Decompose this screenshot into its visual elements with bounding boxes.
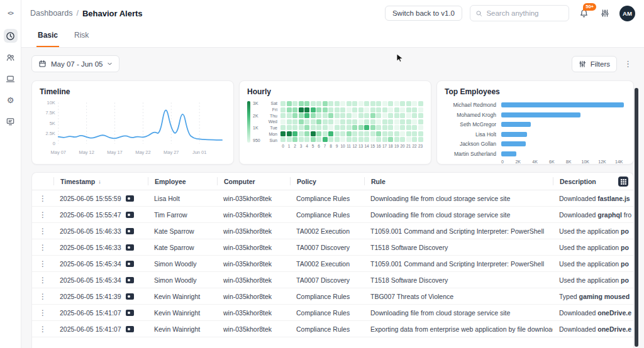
heatmap-cell[interactable] [299,113,304,118]
heatmap-cell[interactable] [412,101,417,106]
heatmap-cell[interactable] [340,125,345,130]
heatmap-cell[interactable] [316,131,321,136]
heatmap-cell[interactable] [394,107,399,112]
row-menu-button[interactable]: ⋮ [32,308,53,317]
heatmap-cell[interactable] [388,107,393,112]
sidebar-item-dashboards[interactable] [4,29,18,43]
heatmap-cell[interactable] [352,125,357,130]
heatmap-cell[interactable] [364,107,369,112]
heatmap-cell[interactable] [323,119,328,124]
heatmap-cell[interactable] [335,131,340,136]
global-search[interactable] [470,5,569,21]
heatmap-cell[interactable] [311,119,316,124]
heatmap-cell[interactable] [304,119,309,124]
heatmap-cell[interactable] [418,107,423,112]
heatmap-cell[interactable] [388,101,393,106]
heatmap-cell[interactable] [406,107,411,112]
column-header-policy[interactable]: Policy [290,177,364,185]
table-row[interactable]: ⋮2025-06-05 15:41:07Kevin Wainrightwin-0… [32,321,633,337]
heatmap-cell[interactable] [364,125,369,130]
heatmap-cell[interactable] [280,101,286,106]
heatmap-cell[interactable] [311,137,316,142]
heatmap-cell[interactable] [328,107,333,112]
heatmap-cell[interactable] [358,119,364,124]
heatmap-cell[interactable] [347,101,352,106]
heatmap-cell[interactable] [406,119,411,124]
heatmap-cell[interactable] [347,131,352,136]
heatmap-cell[interactable] [280,131,286,136]
heatmap-cell[interactable] [412,107,417,112]
heatmap-cell[interactable] [358,137,364,142]
collapse-code-icon[interactable]: <> [4,6,18,20]
heatmap-cell[interactable] [370,131,375,136]
preferences-button[interactable] [598,6,612,20]
heatmap-cell[interactable] [335,137,340,142]
heatmap-cell[interactable] [299,137,304,142]
heatmap-cell[interactable] [311,113,316,118]
heatmap-cell[interactable] [347,125,352,130]
heatmap-cell[interactable] [328,101,333,106]
column-header-rule[interactable]: Rule [364,177,553,185]
heatmap-cell[interactable] [328,119,333,124]
heatmap-cell[interactable] [311,107,316,112]
row-menu-button[interactable]: ⋮ [32,243,53,252]
heatmap-cell[interactable] [335,113,340,118]
heatmap-cell[interactable] [388,125,393,130]
heatmap-cell[interactable] [358,101,364,106]
heatmap-cell[interactable] [292,131,297,136]
notifications-button[interactable]: 50+ [577,6,591,20]
toolbar-more-button[interactable]: ⋮ [622,60,634,68]
column-header-timestamp[interactable]: Timestamp↓ [53,177,148,185]
heatmap-cell[interactable] [418,101,423,106]
heatmap-cell[interactable] [412,119,417,124]
heatmap-cell[interactable] [299,107,304,112]
heatmap-cell[interactable] [323,107,328,112]
heatmap-cell[interactable] [382,113,387,118]
heatmap-cell[interactable] [335,119,340,124]
breadcrumb-root[interactable]: Dashboards [30,9,72,18]
heatmap-cell[interactable] [335,125,340,130]
heatmap-cell[interactable] [280,125,286,130]
heatmap-cell[interactable] [376,131,381,136]
heatmap-cell[interactable] [340,131,345,136]
heatmap-cell[interactable] [400,125,405,130]
heatmap-cell[interactable] [406,125,411,130]
heatmap-cell[interactable] [382,119,387,124]
heatmap-cell[interactable] [299,131,304,136]
heatmap-cell[interactable] [382,107,387,112]
session-recording-icon[interactable] [126,195,134,202]
heatmap-cell[interactable] [418,131,423,136]
date-range-picker[interactable]: May 07 - Jun 05 [31,55,119,72]
table-row[interactable]: ⋮2025-06-05 15:45:34Simon Woodlywin-035k… [32,256,633,272]
heatmap-cell[interactable] [304,137,309,142]
heatmap-cell[interactable] [304,107,309,112]
heatmap-cell[interactable] [352,113,357,118]
heatmap-cell[interactable] [400,107,405,112]
heatmap-cell[interactable] [304,113,309,118]
search-input[interactable] [486,9,564,17]
row-menu-button[interactable]: ⋮ [32,227,53,236]
heatmap-cell[interactable] [347,113,352,118]
heatmap-cell[interactable] [292,113,297,118]
heatmap-cell[interactable] [412,113,417,118]
heatmap-cell[interactable] [394,125,399,130]
row-menu-button[interactable]: ⋮ [32,276,53,285]
heatmap-grid[interactable] [280,101,423,142]
heatmap-cell[interactable] [406,101,411,106]
table-row[interactable]: ⋮2025-06-05 15:41:39Kevin Wainrightwin-0… [32,288,633,305]
heatmap-cell[interactable] [394,137,399,142]
session-recording-icon[interactable] [126,277,134,283]
heatmap-cell[interactable] [340,137,345,142]
heatmap-cell[interactable] [292,107,297,112]
heatmap-cell[interactable] [400,131,405,136]
sidebar-item-settings[interactable]: ⚙ [4,93,18,107]
heatmap-cell[interactable] [400,101,405,106]
heatmap-cell[interactable] [328,131,333,136]
heatmap-cell[interactable] [364,113,369,118]
heatmap-cell[interactable] [406,131,411,136]
heatmap-cell[interactable] [382,131,387,136]
heatmap-cell[interactable] [280,107,286,112]
heatmap-cell[interactable] [316,107,321,112]
table-row[interactable]: ⋮2025-06-05 15:45:34Simon Woodlywin-035k… [32,272,633,288]
heatmap-cell[interactable] [292,119,297,124]
